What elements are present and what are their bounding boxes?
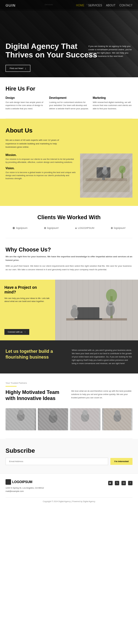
mission-text: Our mission is to empower our clients to… [6,158,76,164]
subscribe-btn-label: I'm interested [114,460,129,463]
mission-title: Mission. [6,153,76,157]
client-logo-4: ◈ logoipsum' [111,226,126,230]
svg-rect-13 [77,307,99,319]
subscribe-button[interactable]: I'm interested [110,458,132,465]
hero-section: Digital Agency That Thrives on Your Succ… [0,0,138,77]
footer: LOGOIPSUM 1234 N Spring St, Los Angeles,… [0,473,138,508]
project-section: Have a Project on mind? We can help you … [0,280,138,340]
facebook-icon[interactable]: f [128,481,132,485]
project-connect-button[interactable]: Connect with us → [4,329,29,335]
instagram-icon[interactable]: ◎ [121,481,126,485]
svg-point-18 [107,301,113,307]
client-logo-icon-1: ◉ [12,226,15,230]
hire-col-dev: Development Looking out for customised s… [49,96,89,110]
client-logo-2: ◈ logoipsum' [44,226,59,230]
motivated-left: Highly Motivated Team with Innovative Id… [6,389,67,404]
clients-section: Clients We Worked With ◉ logoipsum ◈ log… [0,206,138,238]
flourish-right: When connected with us, you aren't growi… [72,349,132,365]
why-intro: We are the right firm for your business.… [6,255,132,262]
svg-rect-9 [55,280,138,340]
about-left: Mission. Our mission is to empower our c… [6,153,76,180]
team-photo-3 [70,408,100,430]
svg-point-22 [18,410,23,415]
svg-point-11 [106,289,117,302]
hire-col-marketing: Marketing With researched digital market… [93,96,132,110]
svg-point-15 [71,308,78,318]
hire-col-design: Design Our web design team has ample yea… [6,96,45,110]
svg-point-31 [115,410,120,416]
hire-columns: Design Our web design team has ample yea… [6,96,132,110]
subscribe-email-input[interactable] [6,458,108,465]
hero-content: Digital Agency That Thrives on Your Succ… [0,0,138,77]
why-section: Why Choose Us? We are the right firm for… [0,238,138,280]
hire-marketing-text: With researched digital marketing, we wi… [93,101,132,110]
footer-nav-services[interactable]: Services [44,3,53,6]
svg-point-6 [103,166,107,170]
subscribe-title: Subscribe [6,447,132,454]
client-logo-icon-4: ◈ [111,226,113,230]
svg-point-25 [50,410,56,416]
team-photo-1 [6,408,36,430]
svg-rect-26 [71,408,99,430]
vision-text: Our vision is to become a global leader … [6,171,76,180]
footer-top: LOGOIPSUM 1234 N Spring St, Los Angeles,… [6,479,132,493]
svg-point-16 [72,305,77,310]
clients-title: Clients We Worked With [6,214,132,221]
svg-rect-7 [121,170,123,178]
clients-logos: ◉ logoipsum ◈ logoipsum' ♦ LOGO2IPSUM ◈ … [6,226,132,230]
about-right [80,153,132,198]
footer-nav-contact[interactable]: Contact [125,3,132,6]
svg-point-21 [17,412,25,421]
svg-point-5 [102,168,108,175]
yellow-accent-line [6,386,17,387]
subscribe-section: Subscribe I'm interested [0,439,138,473]
hire-title: Hire Us For [6,86,132,92]
client-logo-3: ♦ LOGO2IPSUM [75,226,94,230]
flourish-title: Let us together build a flourishing busi… [6,349,66,360]
svg-point-27 [81,412,89,422]
hire-dev-text: Looking out for customised solutions for… [49,101,89,110]
hire-marketing-title: Marketing [93,96,132,99]
motivated-grid: Highly Motivated Team with Innovative Id… [6,389,132,404]
motivated-text: We love what we do and therefore come up… [71,389,132,399]
flourish-left: Let us together build a flourishing busi… [6,349,66,362]
footer-social: ▶ 𝕏 ◎ f [108,481,132,485]
footer-address: 1234 N Spring St, Los Angeles, CA 90012 … [6,486,44,493]
client-logo-1: ◉ logoipsum [12,226,28,230]
hero-cta-label: Find out Now! [10,67,23,70]
hire-design-text: Our web design team has ample years of e… [6,101,45,110]
motivated-right: We love what we do and therefore come up… [71,389,132,399]
arrow-right-icon: → [24,331,26,333]
flourish-section: Let us together build a flourishing busi… [0,340,138,373]
svg-rect-3 [97,167,110,178]
svg-rect-2 [86,178,127,181]
footer-logo: LOGOIPSUM [6,479,44,485]
project-btn-label: Connect with us [8,331,22,333]
svg-point-24 [49,413,57,423]
about-image [80,153,132,198]
flourish-text: When connected with us, you aren't growi… [72,349,132,365]
svg-rect-0 [80,153,132,198]
team-photo-2 [38,408,68,430]
footer-right: Home Services About Contact ▶ 𝕏 ◎ f [108,479,132,485]
about-grid: Mission. Our mission is to empower our c… [6,153,132,198]
footer-street: 1234 N Spring St, Los Angeles, CA 90012 [6,486,44,490]
client-logo-icon-3: ♦ [75,226,77,230]
project-text: We can help you bring your ideas to life… [4,297,51,303]
motivated-title: Highly Motivated Team with Innovative Id… [6,389,67,401]
why-title: Why Choose Us? [6,247,132,253]
youtube-icon[interactable]: ▶ [108,481,113,485]
hire-dev-title: Development [49,96,89,99]
vision-title: Vision. [6,167,76,170]
footer-nav-about[interactable]: About [86,3,92,6]
hero-cta-button[interactable]: Find out Now! ↓ [6,65,30,72]
about-intro: We are a team of 40 web experts with ove… [6,139,66,149]
footer-logo-area: LOGOIPSUM 1234 N Spring St, Los Angeles,… [6,479,44,493]
team-photos [6,408,132,430]
project-title: Have a Project on mind? [4,285,51,295]
hero-title: Digital Agency That Thrives on Your Succ… [6,42,132,59]
footer-nav-home[interactable]: Home [6,3,11,6]
svg-rect-4 [102,178,105,180]
twitter-icon[interactable]: 𝕏 [115,481,119,485]
svg-point-30 [113,413,121,422]
